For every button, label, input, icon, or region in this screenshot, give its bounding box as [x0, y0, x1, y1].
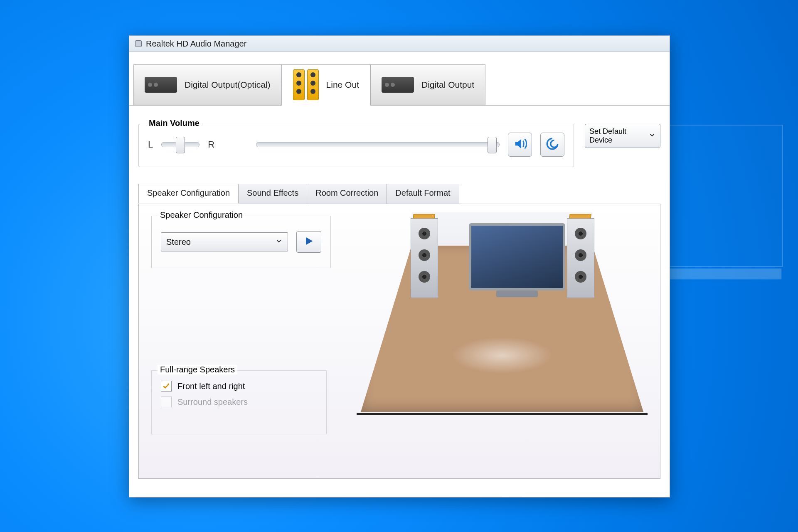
set-default-device-label: Set Default Device [589, 127, 648, 144]
checkbox-front-left-right[interactable] [161, 381, 172, 392]
volume-slider-thumb[interactable] [488, 137, 497, 153]
swirl-icon [545, 137, 559, 153]
desktop-background: Realtek HD Audio Manager Digital Output(… [0, 0, 798, 532]
speaker-configuration-group-label: Speaker Configuration [158, 210, 245, 220]
speaker-left-icon [411, 214, 437, 297]
amplifier-icon [145, 77, 177, 93]
checkbox-row-surround: Surround speakers [161, 397, 326, 407]
tab-digital-output-optical[interactable]: Digital Output(Optical) [133, 64, 282, 105]
speakers-icon [293, 69, 319, 100]
tab-sound-effects[interactable]: Sound Effects [238, 184, 307, 204]
checkbox-surround-speakers [161, 397, 172, 407]
mute-button[interactable] [508, 133, 532, 157]
speaker-configuration-selected: Stereo [166, 237, 191, 247]
main-volume-group: Main Volume L R [138, 124, 574, 167]
balance-slider-thumb[interactable] [176, 137, 185, 153]
device-tab-label: Digital Output [421, 80, 474, 90]
set-default-device-dropdown[interactable]: Set Default Device [585, 124, 660, 148]
tab-room-correction[interactable]: Room Correction [307, 184, 387, 204]
tab-digital-output[interactable]: Digital Output [370, 64, 485, 105]
chevron-down-icon [648, 131, 656, 141]
test-playback-button[interactable] [296, 231, 321, 253]
audio-manager-window: Realtek HD Audio Manager Digital Output(… [129, 35, 670, 498]
tab-line-out[interactable]: Line Out [282, 64, 370, 106]
device-tab-row: Digital Output(Optical) Line Out Digital… [133, 64, 670, 106]
amplifier-icon [382, 77, 414, 93]
checkbox-surround-label: Surround speakers [177, 397, 248, 407]
main-volume-label: Main Volume [146, 118, 202, 128]
balance-left-label: L [148, 139, 153, 150]
balance-slider[interactable] [161, 142, 200, 147]
balance-right-label: R [208, 139, 214, 150]
title-bar[interactable]: Realtek HD Audio Manager [129, 36, 670, 52]
tab-default-format[interactable]: Default Format [387, 184, 459, 204]
room-visualization [361, 212, 643, 412]
tab-content-area: Speaker Configuration Stereo [138, 204, 660, 479]
device-tab-label: Line Out [326, 80, 359, 90]
speaker-configuration-group: Speaker Configuration Stereo [151, 216, 331, 268]
tv-icon [469, 223, 565, 291]
window-title: Realtek HD Audio Manager [146, 39, 246, 49]
app-icon [135, 40, 142, 47]
tab-label: Room Correction [315, 188, 378, 197]
speaker-right-icon [567, 214, 594, 297]
tab-speaker-configuration[interactable]: Speaker Configuration [138, 184, 239, 204]
full-range-speakers-group: Full-range Speakers Front left and right… [151, 370, 327, 434]
tab-label: Speaker Configuration [147, 188, 230, 197]
device-tab-label: Digital Output(Optical) [185, 80, 271, 90]
checkbox-front-label: Front left and right [177, 382, 245, 391]
chevron-down-icon [275, 237, 283, 247]
tab-label: Sound Effects [247, 188, 298, 197]
volume-slider[interactable] [256, 142, 500, 147]
settings-tab-row: Speaker Configuration Sound Effects Room… [138, 184, 660, 204]
speaker-icon [513, 137, 527, 153]
speaker-configuration-select[interactable]: Stereo [161, 232, 288, 251]
full-range-speakers-label: Full-range Speakers [158, 365, 237, 374]
tab-label: Default Format [395, 188, 450, 197]
room-baseline [357, 413, 648, 415]
audio-enhancement-button[interactable] [540, 133, 564, 157]
checkbox-row-front[interactable]: Front left and right [161, 381, 326, 392]
play-icon [303, 235, 315, 249]
